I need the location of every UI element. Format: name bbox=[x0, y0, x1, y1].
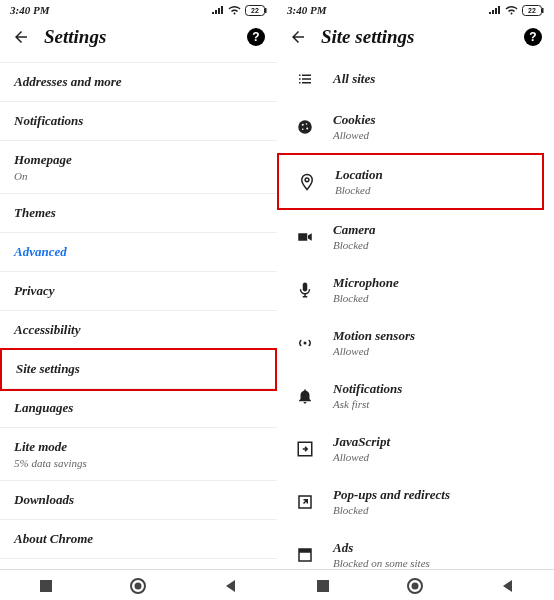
row-sub: 5% data savings bbox=[14, 457, 263, 469]
row-label: Site settings bbox=[16, 361, 261, 377]
svg-point-9 bbox=[298, 120, 312, 134]
row-sub: Blocked bbox=[333, 504, 450, 516]
settings-row-accessibility[interactable]: Accessibility bbox=[0, 311, 277, 350]
settings-row-themes[interactable]: Themes bbox=[0, 194, 277, 233]
page-title: Site settings bbox=[321, 26, 510, 48]
mic-icon bbox=[295, 281, 315, 299]
status-icons: 22 bbox=[212, 5, 267, 16]
svg-point-14 bbox=[305, 177, 309, 181]
settings-row-homepage[interactable]: HomepageOn bbox=[0, 141, 277, 194]
help-icon[interactable]: ? bbox=[247, 28, 265, 46]
site-row-pop-ups-and-redirects[interactable]: Pop-ups and redirectsBlocked bbox=[277, 475, 554, 528]
settings-row-notifications[interactable]: Notifications bbox=[0, 102, 277, 141]
nav-recent-icon[interactable] bbox=[39, 579, 53, 593]
app-bar-left: Settings ? bbox=[0, 18, 277, 58]
row-label: About Chrome bbox=[14, 531, 263, 547]
wifi-icon bbox=[228, 6, 241, 15]
back-icon[interactable] bbox=[12, 28, 30, 46]
svg-rect-1 bbox=[265, 8, 267, 13]
svg-point-13 bbox=[302, 128, 304, 130]
settings-row-privacy[interactable]: Privacy bbox=[0, 272, 277, 311]
row-label: Addresses and more bbox=[14, 74, 263, 90]
site-row-location[interactable]: LocationBlocked bbox=[279, 155, 542, 208]
settings-row-lite-mode[interactable]: Lite mode5% data savings bbox=[0, 428, 277, 481]
settings-row-downloads[interactable]: Downloads bbox=[0, 481, 277, 520]
row-sub: Allowed bbox=[333, 345, 415, 357]
site-row-notifications[interactable]: NotificationsAsk first bbox=[277, 369, 554, 422]
site-row-camera[interactable]: CameraBlocked bbox=[277, 210, 554, 263]
svg-point-10 bbox=[302, 123, 304, 125]
row-label: Camera bbox=[333, 222, 376, 238]
status-time: 3:40 PM bbox=[287, 4, 326, 16]
nav-back-icon[interactable] bbox=[224, 579, 238, 593]
row-sub: Blocked bbox=[335, 184, 383, 196]
row-label: Advanced bbox=[14, 244, 263, 260]
highlight-box: Site settings bbox=[0, 348, 277, 391]
nav-home-icon[interactable] bbox=[407, 578, 423, 594]
row-sub: Ask first bbox=[333, 398, 402, 410]
row-sub: On bbox=[14, 170, 263, 182]
motion-icon bbox=[295, 334, 315, 352]
list-icon bbox=[295, 70, 315, 88]
site-row-ads[interactable]: AdsBlocked on some sites bbox=[277, 528, 554, 569]
phone-left: 3:40 PM 22 Settings ? Addresses and more… bbox=[0, 0, 277, 600]
signal-icon bbox=[489, 6, 501, 15]
site-settings-list: All sitesCookiesAllowedLocationBlockedCa… bbox=[277, 58, 554, 569]
nav-bar bbox=[277, 569, 554, 600]
location-icon bbox=[297, 173, 317, 191]
row-label: Cookies bbox=[333, 112, 376, 128]
site-row-microphone[interactable]: MicrophoneBlocked bbox=[277, 263, 554, 316]
page-title: Settings bbox=[44, 26, 233, 48]
row-label: Microphone bbox=[333, 275, 399, 291]
svg-rect-19 bbox=[299, 549, 311, 553]
nav-bar bbox=[0, 569, 277, 600]
svg-rect-7 bbox=[542, 8, 544, 13]
svg-point-11 bbox=[306, 123, 308, 125]
status-bar: 3:40 PM 22 bbox=[0, 0, 277, 18]
settings-row-advanced[interactable]: Advanced bbox=[0, 233, 277, 272]
cookie-icon bbox=[295, 118, 315, 136]
svg-point-22 bbox=[412, 583, 419, 590]
row-label: Themes bbox=[14, 205, 263, 221]
settings-row-addresses-and-more[interactable]: Addresses and more bbox=[0, 63, 277, 102]
nav-home-icon[interactable] bbox=[130, 578, 146, 594]
svg-point-5 bbox=[135, 583, 142, 590]
battery-icon: 22 bbox=[522, 5, 544, 16]
highlight-box: LocationBlocked bbox=[277, 153, 544, 210]
settings-row-about-chrome[interactable]: About Chrome bbox=[0, 520, 277, 559]
settings-row-languages[interactable]: Languages bbox=[0, 389, 277, 428]
nav-back-icon[interactable] bbox=[501, 579, 515, 593]
row-label: Ads bbox=[333, 540, 430, 556]
ads-icon bbox=[295, 546, 315, 564]
settings-row-site-settings[interactable]: Site settings bbox=[2, 350, 275, 389]
back-icon[interactable] bbox=[289, 28, 307, 46]
status-time: 3:40 PM bbox=[10, 4, 49, 16]
signal-icon bbox=[212, 6, 224, 15]
row-sub: Blocked bbox=[333, 292, 399, 304]
wifi-icon bbox=[505, 6, 518, 15]
svg-point-15 bbox=[304, 341, 307, 344]
site-row-cookies[interactable]: CookiesAllowed bbox=[277, 100, 554, 153]
site-row-all-sites[interactable]: All sites bbox=[277, 58, 554, 100]
row-label: Notifications bbox=[333, 381, 402, 397]
row-label: Homepage bbox=[14, 152, 263, 168]
help-icon[interactable]: ? bbox=[524, 28, 542, 46]
row-sub: Blocked bbox=[333, 239, 376, 251]
row-label: Downloads bbox=[14, 492, 263, 508]
status-icons: 22 bbox=[489, 5, 544, 16]
row-label: Location bbox=[335, 167, 383, 183]
camera-icon bbox=[295, 228, 315, 246]
row-label: Pop-ups and redirects bbox=[333, 487, 450, 503]
row-label: Languages bbox=[14, 400, 263, 416]
status-bar: 3:40 PM 22 bbox=[277, 0, 554, 18]
svg-text:22: 22 bbox=[528, 7, 536, 14]
site-row-javascript[interactable]: JavaScriptAllowed bbox=[277, 422, 554, 475]
row-label: Notifications bbox=[14, 113, 263, 129]
nav-recent-icon[interactable] bbox=[316, 579, 330, 593]
row-label: JavaScript bbox=[333, 434, 390, 450]
site-row-motion-sensors[interactable]: Motion sensorsAllowed bbox=[277, 316, 554, 369]
row-label: All sites bbox=[333, 71, 375, 87]
row-label: Accessibility bbox=[14, 322, 263, 338]
svg-rect-20 bbox=[317, 580, 329, 592]
row-sub: Allowed bbox=[333, 129, 376, 141]
